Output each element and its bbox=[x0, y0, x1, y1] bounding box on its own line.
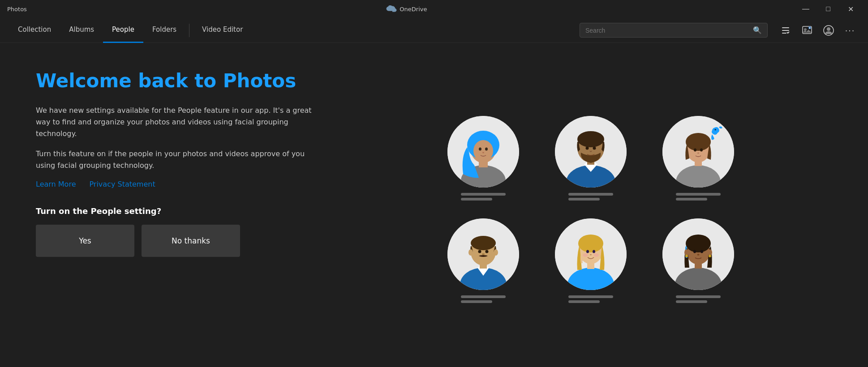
avatar-lines-2 bbox=[568, 193, 613, 201]
avatar-card-4 bbox=[443, 218, 524, 303]
svg-point-28 bbox=[686, 133, 711, 151]
svg-point-13 bbox=[473, 140, 493, 162]
svg-point-40 bbox=[482, 253, 485, 255]
yes-button[interactable]: Yes bbox=[36, 225, 134, 257]
search-bar: 🔍 bbox=[580, 23, 768, 38]
svg-point-60 bbox=[697, 254, 700, 256]
svg-point-52 bbox=[590, 254, 592, 256]
onedrive-area: OneDrive bbox=[386, 5, 427, 13]
search-input[interactable] bbox=[585, 27, 749, 34]
avatar-line bbox=[568, 193, 613, 196]
svg-point-16 bbox=[482, 152, 484, 154]
learn-more-link[interactable]: Learn More bbox=[36, 180, 76, 188]
avatar-circle-3 bbox=[662, 116, 734, 188]
svg-rect-2 bbox=[782, 33, 786, 34]
close-button[interactable]: ✕ bbox=[840, 2, 861, 16]
title-bar: Photos OneDrive — □ ✕ bbox=[0, 0, 868, 18]
svg-point-21 bbox=[577, 131, 604, 147]
avatar-line bbox=[568, 300, 600, 303]
svg-point-59 bbox=[700, 250, 703, 253]
avatar-line bbox=[568, 295, 613, 298]
nav-item-video-editor[interactable]: Video Editor bbox=[193, 18, 252, 43]
links-row: Learn More Privacy Statement bbox=[36, 180, 349, 188]
svg-point-51 bbox=[593, 250, 595, 253]
avatar-card-6 bbox=[658, 218, 739, 303]
onedrive-label: OneDrive bbox=[400, 6, 427, 13]
avatars-grid bbox=[443, 116, 739, 303]
more-options-button[interactable]: ··· bbox=[841, 21, 859, 39]
svg-point-31 bbox=[697, 153, 699, 154]
title-bar-left: Photos bbox=[7, 6, 27, 13]
avatar-line bbox=[676, 300, 707, 303]
avatar-lines-3 bbox=[676, 193, 721, 201]
svg-point-50 bbox=[586, 250, 589, 253]
svg-point-7 bbox=[827, 27, 830, 31]
search-icon: 🔍 bbox=[753, 26, 762, 34]
svg-point-61 bbox=[684, 249, 689, 256]
nav-item-folders[interactable]: Folders bbox=[143, 18, 185, 43]
app-title: Photos bbox=[7, 6, 27, 13]
svg-point-47 bbox=[578, 235, 603, 252]
svg-rect-1 bbox=[782, 30, 789, 31]
svg-point-48 bbox=[583, 253, 588, 257]
minimize-button[interactable]: — bbox=[795, 2, 816, 16]
nav-actions: ··· bbox=[777, 21, 859, 39]
nav-item-people[interactable]: People bbox=[103, 18, 143, 43]
checklist-button[interactable] bbox=[777, 21, 795, 39]
svg-point-30 bbox=[700, 149, 703, 152]
setting-question: Turn on the People setting? bbox=[36, 206, 349, 216]
svg-point-63 bbox=[685, 255, 688, 257]
avatar-circle-1 bbox=[447, 116, 519, 188]
avatar-card-3 bbox=[658, 116, 739, 201]
avatar-line bbox=[461, 198, 492, 201]
svg-point-58 bbox=[693, 250, 696, 253]
svg-point-37 bbox=[471, 236, 496, 250]
svg-point-64 bbox=[709, 255, 711, 257]
svg-rect-0 bbox=[782, 27, 789, 28]
svg-point-4 bbox=[804, 28, 807, 31]
svg-point-57 bbox=[686, 235, 711, 252]
svg-point-42 bbox=[494, 249, 498, 256]
svg-point-39 bbox=[486, 250, 489, 253]
avatar-lines-6 bbox=[676, 295, 721, 303]
nav-divider bbox=[189, 24, 189, 37]
avatar-line bbox=[461, 193, 506, 196]
import-button[interactable] bbox=[798, 21, 816, 39]
nav-item-collection[interactable]: Collection bbox=[9, 18, 60, 43]
avatar-circle-6 bbox=[662, 218, 734, 290]
checklist-icon bbox=[781, 26, 790, 35]
ellipsis-icon: ··· bbox=[845, 25, 855, 35]
avatar-card-2 bbox=[550, 116, 631, 201]
avatar-circle-5 bbox=[555, 218, 627, 290]
avatar-line bbox=[676, 193, 721, 196]
svg-point-32 bbox=[714, 129, 716, 131]
profile-button[interactable] bbox=[820, 21, 838, 39]
profile-icon bbox=[823, 25, 834, 36]
svg-point-38 bbox=[478, 250, 481, 253]
nav-item-albums[interactable]: Albums bbox=[60, 18, 103, 43]
svg-point-23 bbox=[593, 147, 596, 150]
avatar-line bbox=[568, 198, 600, 201]
svg-point-41 bbox=[468, 249, 473, 256]
nav-bar: Collection Albums People Folders Video E… bbox=[0, 18, 868, 43]
import-icon bbox=[802, 25, 812, 36]
avatar-line bbox=[461, 295, 506, 298]
avatar-lines-5 bbox=[568, 295, 613, 303]
avatar-line bbox=[461, 300, 492, 303]
svg-point-62 bbox=[708, 249, 712, 256]
window-controls: — □ ✕ bbox=[795, 2, 861, 16]
no-thanks-button[interactable]: No thanks bbox=[142, 225, 240, 257]
svg-point-29 bbox=[694, 149, 696, 152]
avatar-card-5 bbox=[550, 218, 631, 303]
avatar-line bbox=[676, 295, 721, 298]
svg-point-15 bbox=[485, 148, 488, 151]
main-content: Welcome back to Photos We have new setti… bbox=[0, 43, 868, 367]
description-text-2: Turn this feature on if the people in yo… bbox=[36, 148, 314, 171]
avatar-circle-4 bbox=[447, 218, 519, 290]
privacy-statement-link[interactable]: Privacy Statement bbox=[89, 180, 155, 188]
avatar-lines-4 bbox=[461, 295, 506, 303]
action-buttons: Yes No thanks bbox=[36, 225, 349, 257]
maximize-button[interactable]: □ bbox=[818, 2, 838, 16]
avatar-card-1 bbox=[443, 116, 524, 201]
avatar-lines-1 bbox=[461, 193, 506, 201]
